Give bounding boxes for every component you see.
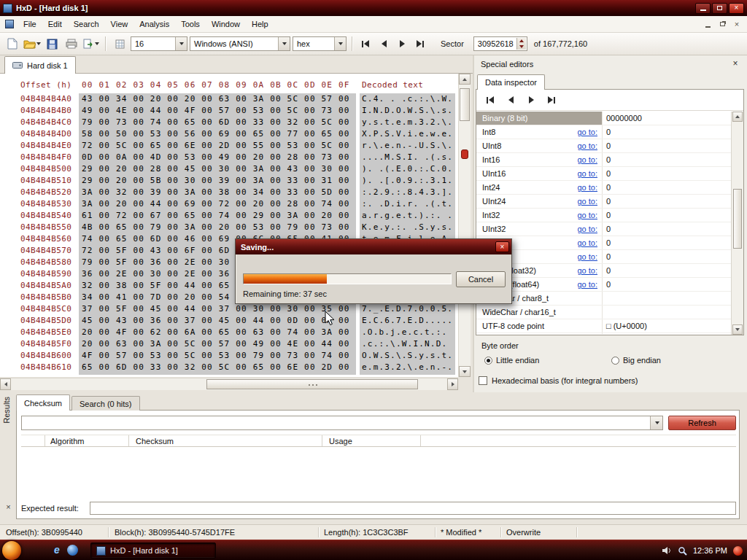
hex-row-bytes[interactable]: 29 00 20 00 5B 00 30 00 39 00 3A 00 33 0… — [82, 175, 350, 187]
print-button[interactable] — [63, 35, 80, 52]
hex-row-bytes[interactable]: 4B 00 65 00 79 00 3A 00 20 00 53 00 79 0… — [82, 222, 350, 233]
hex-row-decoded[interactable]: K.e.y.:. .S.y.s. — [362, 222, 453, 233]
special-editors-close-button[interactable]: × — [730, 58, 740, 69]
next-sector-button[interactable] — [394, 37, 410, 50]
inspector-value[interactable]: 0 — [606, 183, 611, 192]
menu-item-tools[interactable]: Tools — [175, 17, 206, 31]
inspector-row[interactable]: Single (float32)go to:0 — [476, 264, 731, 278]
hex-basis-checkbox[interactable]: Hexadecimal basis (for integral numbers) — [479, 376, 638, 385]
dialog-close-button[interactable]: × — [495, 241, 509, 252]
tab-data-inspector[interactable]: Data inspector — [477, 74, 545, 90]
hex-row-bytes[interactable]: 61 00 72 00 67 00 65 00 74 00 29 00 3A 0… — [82, 210, 350, 222]
hex-row-decoded[interactable]: e.m.3.2.\.e.n.-. — [362, 362, 453, 373]
inspector-value[interactable]: □ (U+0000) — [606, 322, 647, 330]
hex-row-decoded[interactable]: E.C.6.7.E.D..... — [362, 315, 453, 327]
inspector-value[interactable]: 0 — [606, 141, 611, 150]
inspector-row[interactable]: Int24go to:0 — [476, 181, 731, 195]
open-file-button[interactable] — [23, 35, 41, 52]
hex-row-decoded[interactable]: X.P.S.V.i.e.w.e. — [362, 128, 453, 140]
minimize-button[interactable] — [695, 3, 711, 14]
scroll-left-button[interactable] — [0, 378, 11, 390]
menu-item-file[interactable]: File — [18, 17, 42, 31]
hex-row-decoded[interactable]: :. .D.i.r. .(.t. — [362, 198, 453, 210]
refresh-button[interactable]: Refresh — [668, 416, 736, 430]
hex-row-bytes[interactable]: 0D 00 0A 00 4D 00 53 00 49 00 20 00 28 0… — [82, 152, 350, 163]
inspector-goto-link[interactable]: go to: — [558, 197, 597, 206]
inspector-first-button[interactable] — [482, 93, 498, 106]
hex-row-decoded[interactable]: ). .[.0.9.:.3.1. — [362, 175, 453, 187]
hex-row-decoded[interactable]: C.4. . .c.:.\.W. — [362, 93, 453, 105]
inspector-value[interactable]: 0 — [606, 211, 611, 219]
big-endian-radio[interactable]: Big endian — [611, 356, 661, 365]
hex-row-decoded[interactable]: a.r.g.e.t.).:. . — [362, 210, 453, 222]
inspector-row[interactable]: Int32go to:0 — [476, 209, 731, 222]
inspector-goto-link[interactable]: go to: — [558, 225, 597, 233]
inspector-value[interactable]: 0 — [606, 238, 611, 247]
inspector-row[interactable]: Double (float64)go to:0 — [476, 278, 731, 292]
inspector-goto-link[interactable]: go to: — [558, 141, 597, 150]
hex-row-bytes[interactable]: 43 00 34 00 20 00 20 00 63 00 3A 00 5C 0… — [82, 93, 350, 105]
mdi-restore-button[interactable] — [716, 19, 728, 29]
menu-item-analysis[interactable]: Analysis — [133, 17, 175, 31]
hex-row-decoded[interactable]: y.s.t.e.m.3.2.\. — [362, 117, 453, 128]
hex-horizontal-scrollbar[interactable] — [0, 378, 458, 390]
inspector-scrollbar[interactable] — [731, 112, 743, 335]
maximize-button[interactable] — [712, 3, 727, 14]
encoding-select[interactable]: Windows (ANSI) — [190, 36, 290, 51]
inspector-row[interactable]: AnsiChar / char8_t — [476, 292, 731, 306]
taskbar-clock[interactable]: 12:36 PM — [693, 546, 727, 555]
inspector-value[interactable]: 0 — [606, 169, 611, 178]
bytes-per-row-select[interactable]: 16 — [131, 36, 187, 51]
mdi-minimize-button[interactable] — [702, 19, 713, 29]
hex-row-bytes[interactable]: 20 00 4F 00 62 00 6A 00 65 00 63 00 74 0… — [82, 327, 350, 338]
menu-item-help[interactable]: Help — [246, 17, 274, 31]
scroll-down-button[interactable] — [459, 366, 471, 377]
export-button[interactable] — [82, 35, 100, 52]
checksum-select-arrow[interactable] — [650, 416, 662, 429]
hex-editor[interactable]: Offset (h) 00 01 02 03 04 05 06 07 08 09… — [0, 74, 458, 377]
encoding-arrow[interactable] — [278, 37, 290, 50]
sector-input[interactable]: 30952618 — [473, 36, 527, 51]
inspector-row[interactable]: UInt16go to:0 — [476, 167, 731, 181]
inspector-goto-link[interactable]: go to: — [558, 238, 597, 247]
inspector-value[interactable]: 0 — [606, 280, 611, 289]
taskbar-button-hxd[interactable]: HxD - [Hard disk 1] — [90, 542, 216, 559]
inspector-goto-link[interactable]: go to: — [558, 280, 597, 289]
inspector-scroll-thumb[interactable] — [733, 189, 742, 249]
tab-hard-disk-1[interactable]: Hard disk 1 — [4, 56, 76, 74]
inspector-goto-link[interactable]: go to: — [558, 266, 597, 275]
hex-row-decoded[interactable]: ). .(.E.0.:.C.0. — [362, 163, 453, 175]
little-endian-radio[interactable]: Little endian — [484, 356, 539, 365]
hex-row-bytes[interactable]: 49 00 4E 00 44 00 4F 00 57 00 53 00 5C 0… — [82, 105, 350, 117]
hex-row-decoded[interactable]: ....M.S.I. .(.s. — [362, 152, 453, 163]
hex-row-bytes[interactable]: 37 00 5F 00 45 00 44 00 37 00 30 00 30 0… — [82, 303, 350, 315]
new-file-button[interactable] — [4, 35, 21, 52]
inspector-value[interactable]: 0 — [606, 155, 611, 164]
inspector-row[interactable]: UInt8go to:0 — [476, 139, 731, 153]
inspector-value[interactable]: 0 — [606, 128, 611, 136]
inspector-goto-link[interactable]: go to: — [558, 252, 597, 261]
inspector-value[interactable]: 0 — [606, 252, 611, 261]
hex-row-decoded[interactable]: 7._.E.D.7.0.0.5. — [362, 303, 453, 315]
hex-row-decoded[interactable]: r.\.e.n.-.U.S.\. — [362, 140, 453, 152]
base-select[interactable]: hex — [293, 36, 347, 51]
menu-item-view[interactable]: View — [105, 17, 134, 31]
inspector-row[interactable]: UInt24go to:0 — [476, 195, 731, 209]
menu-item-edit[interactable]: Edit — [42, 17, 68, 31]
hex-row-bytes[interactable]: 29 00 20 00 28 00 45 00 30 00 3A 00 43 0… — [82, 163, 350, 175]
checksum-algorithm-select[interactable] — [21, 416, 663, 430]
inspector-row[interactable]: Binary (8 bit)00000000 — [476, 112, 731, 125]
inspector-row[interactable]: Int64go to:0 — [476, 236, 731, 250]
export-dropdown-icon[interactable] — [95, 42, 99, 45]
tray-orb-icon[interactable] — [733, 546, 743, 556]
hex-row-bytes[interactable]: 3A 00 20 00 44 00 69 00 72 00 20 00 28 0… — [82, 198, 350, 210]
inspector-value[interactable]: 0 — [606, 225, 611, 233]
hex-row-bytes[interactable]: 79 00 73 00 74 00 65 00 6D 00 33 00 32 0… — [82, 117, 350, 128]
inspector-goto-link[interactable]: go to: — [558, 155, 597, 164]
open-dropdown-icon[interactable] — [36, 42, 41, 45]
vertical-scroll-thumb[interactable] — [460, 88, 470, 121]
results-close-button[interactable]: × — [4, 502, 13, 511]
horizontal-scroll-thumb[interactable] — [206, 379, 418, 389]
dialog-titlebar[interactable]: Saving... — [236, 239, 511, 254]
hex-row-decoded[interactable]: O.W.S.\.S.y.s.t. — [362, 350, 453, 362]
